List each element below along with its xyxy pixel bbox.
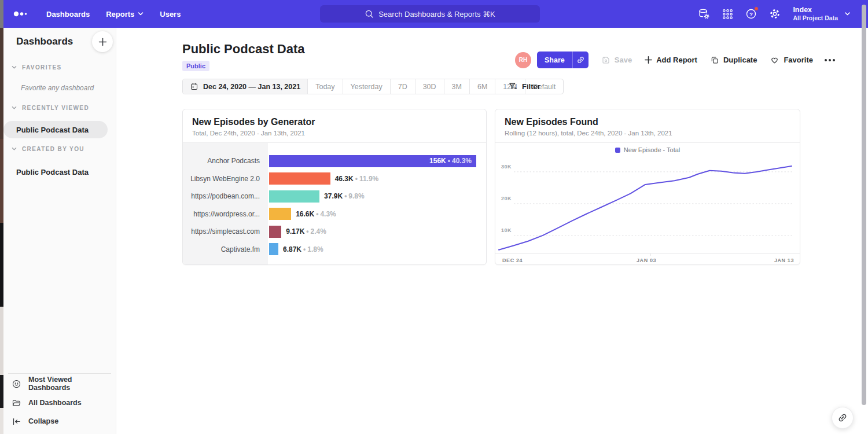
page-title: Public Podcast Data xyxy=(182,42,305,57)
legend-swatch xyxy=(615,148,620,153)
x-axis-label: JAN 03 xyxy=(637,258,656,263)
bar-chart-row: Anchor Podcasts 156K•40.3% xyxy=(183,152,477,170)
card-new-episodes-found: New Episodes Found Rolling (12 hours), t… xyxy=(495,109,800,265)
funnel-plus-icon xyxy=(508,82,518,91)
apps-grid-icon xyxy=(722,8,734,20)
notification-dot xyxy=(754,6,759,11)
bar[interactable] xyxy=(269,243,278,255)
preset-3m[interactable]: 3M xyxy=(444,79,469,94)
line-chart-plot[interactable] xyxy=(498,159,795,253)
bar-chart: Anchor Podcasts 156K•40.3% Libsyn WebEng… xyxy=(183,143,486,264)
bar-value: 46.3K•11.9% xyxy=(335,175,379,183)
collapse-sidebar-button[interactable]: Collapse xyxy=(12,415,58,427)
bar-chart-row: https://wordpress.or... 16.6K•4.3% xyxy=(183,205,477,223)
bar-value: 37.9K•9.8% xyxy=(324,192,365,200)
bar[interactable] xyxy=(269,208,291,220)
bar-chart-row: https://simplecast.com 9.17K•2.4% xyxy=(183,223,477,241)
sidebar-section-favorites[interactable]: FAVORITES xyxy=(12,64,62,71)
date-range-picker[interactable]: Dec 24, 2020 — Jan 13, 2021 xyxy=(183,79,307,94)
sidebar: Dashboards FAVORITES Favorite any dashbo… xyxy=(3,28,116,434)
background-window-strip xyxy=(0,0,3,434)
preset-30d[interactable]: 30D xyxy=(415,79,444,94)
data-sources-button[interactable] xyxy=(697,8,710,20)
chart-subtitle: Rolling (12 hours), total, Dec 24th, 202… xyxy=(505,130,790,137)
bar-value: 156K•40.3% xyxy=(429,155,472,167)
more-options-button[interactable] xyxy=(825,59,835,61)
bar[interactable] xyxy=(269,172,330,185)
chart-subtitle: Total, Dec 24th, 2020 - Jan 13th, 2021 xyxy=(192,130,477,137)
add-report-button[interactable]: Add Report xyxy=(645,56,697,64)
link-icon xyxy=(837,413,848,423)
preset-7d[interactable]: 7D xyxy=(390,79,415,94)
project-subtitle: All Project Data xyxy=(793,14,838,22)
bar[interactable] xyxy=(269,190,319,203)
save-button[interactable]: Save xyxy=(601,56,632,65)
bar-chart-row: https://podbean.com... 37.9K•9.8% xyxy=(183,187,477,205)
svg-text:?: ? xyxy=(750,12,753,17)
sidebar-section-created-by-you[interactable]: CREATED BY YOU xyxy=(12,146,84,152)
sidebar-item-public-podcast-data-selected[interactable]: Public Podcast Data xyxy=(3,121,108,138)
duplicate-button[interactable]: Duplicate xyxy=(710,56,757,65)
smiley-icon xyxy=(12,379,21,389)
sidebar-footer-divider xyxy=(8,373,111,374)
card-header: New Episodes Found Rolling (12 hours), t… xyxy=(495,109,800,143)
all-dashboards-link[interactable]: All Dashboards xyxy=(12,397,82,409)
folder-icon xyxy=(12,398,21,408)
nav-dashboards[interactable]: Dashboards xyxy=(46,10,90,19)
plus-icon xyxy=(645,56,652,64)
preset-today[interactable]: Today xyxy=(307,79,342,94)
help-button[interactable]: ? xyxy=(745,8,757,20)
chevron-down-icon xyxy=(12,65,17,69)
x-axis-label: JAN 13 xyxy=(774,258,794,263)
bar-value: 9.17K•2.4% xyxy=(286,227,326,236)
apps-grid-button[interactable] xyxy=(721,8,734,20)
search-icon xyxy=(365,9,374,19)
chevron-down-icon xyxy=(844,12,851,16)
vertical-scrollbar-thumb[interactable] xyxy=(862,5,866,405)
nav-users[interactable]: Users xyxy=(160,10,181,19)
x-axis-label: DEC 24 xyxy=(502,258,523,263)
search-placeholder: Search Dashboards & Reports ⌘K xyxy=(378,10,495,19)
top-navigation-bar: Dashboards Reports Users Search Dashboar… xyxy=(3,0,868,28)
calendar-icon xyxy=(190,82,198,91)
most-viewed-dashboards-link[interactable]: Most Viewed Dashboards xyxy=(12,378,116,389)
sidebar-section-recently-viewed[interactable]: RECENTLY VIEWED xyxy=(12,105,89,111)
copy-share-link-button[interactable] xyxy=(572,52,589,68)
app-window: Dashboards Reports Users Search Dashboar… xyxy=(0,0,868,434)
sidebar-item-public-podcast-data[interactable]: Public Podcast Data xyxy=(16,167,89,177)
dashboard-actions: RH Share Save Add Report Duplicate xyxy=(515,52,835,68)
copy-icon xyxy=(710,56,719,65)
project-name: Index xyxy=(793,6,838,14)
card-new-episodes-by-generator: New Episodes by Generator Total, Dec 24t… xyxy=(182,109,487,265)
avatar[interactable]: RH xyxy=(515,52,531,68)
bar[interactable] xyxy=(269,226,281,238)
floating-share-link-button[interactable] xyxy=(832,407,854,429)
favorites-empty-text: Favorite any dashboard xyxy=(21,84,94,92)
chart-title: New Episodes by Generator xyxy=(192,117,477,127)
share-button[interactable]: Share xyxy=(537,52,589,68)
sidebar-title: Dashboards xyxy=(16,36,73,47)
bar[interactable]: 156K•40.3% xyxy=(269,155,476,167)
filter-button[interactable]: Filter xyxy=(508,79,540,94)
x-axis-tick-mark xyxy=(650,253,650,256)
plus-icon xyxy=(98,38,107,46)
nav-reports[interactable]: Reports xyxy=(106,10,144,19)
card-header: New Episodes by Generator Total, Dec 24t… xyxy=(183,109,486,143)
settings-button[interactable] xyxy=(768,8,781,20)
search-input[interactable]: Search Dashboards & Reports ⌘K xyxy=(320,5,540,23)
bar-value: 6.87K•1.8% xyxy=(283,245,323,253)
project-switcher[interactable]: Index All Project Data xyxy=(793,6,851,22)
date-range-bar: Dec 24, 2020 — Jan 13, 2021 Today Yester… xyxy=(182,79,564,94)
preset-yesterday[interactable]: Yesterday xyxy=(343,79,390,94)
database-gear-icon xyxy=(697,8,710,20)
app-logo-icon[interactable] xyxy=(13,7,30,21)
favorite-button[interactable]: Favorite xyxy=(770,55,813,65)
chart-title: New Episodes Found xyxy=(505,117,790,127)
collapse-arrow-left-icon xyxy=(12,417,21,426)
heart-icon xyxy=(770,55,779,65)
bar-chart-row: Captivate.fm 6.87K•1.8% xyxy=(183,241,477,259)
x-axis-line xyxy=(495,253,800,254)
preset-6m[interactable]: 6M xyxy=(469,79,495,94)
link-icon xyxy=(576,56,585,64)
add-dashboard-button[interactable] xyxy=(92,31,113,52)
